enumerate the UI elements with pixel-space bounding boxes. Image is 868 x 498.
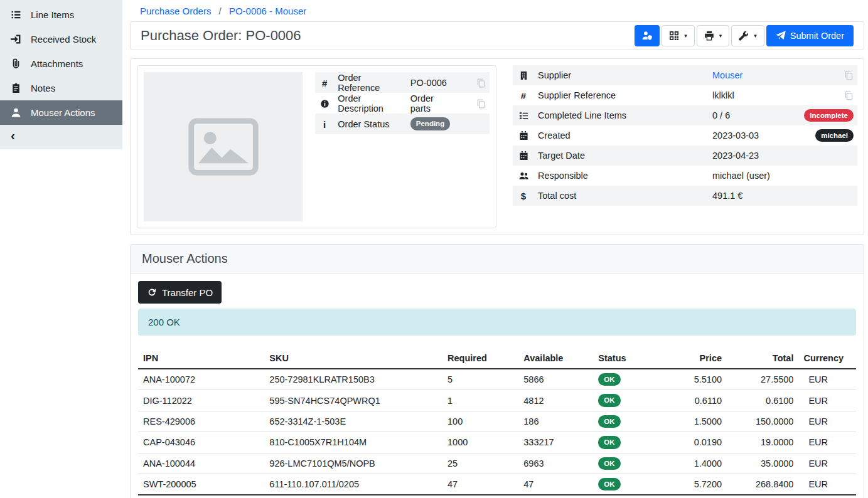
- detail-value-text: michael (user): [712, 171, 770, 181]
- detail-row: SupplierMouser: [513, 65, 857, 85]
- cell-ipn: ANA-100044: [138, 453, 264, 474]
- detail-link[interactable]: Mouser: [712, 70, 742, 80]
- print-actions-button[interactable]: ▾: [697, 25, 730, 46]
- sidebar-collapse-button[interactable]: ‹: [0, 125, 122, 148]
- order-summary-card: #Order ReferencePO-0006Order Description…: [137, 65, 496, 228]
- cell-price: 0.6110: [658, 390, 727, 411]
- user-roles-button[interactable]: [635, 25, 660, 46]
- list-icon: [11, 9, 21, 20]
- status-badge: OK: [598, 373, 620, 386]
- po-table-body: ANA-100072250-72981KLRATR150B355866OK5.5…: [138, 369, 856, 495]
- detail-value-text: 2023-03-03: [712, 130, 759, 140]
- sidebar-item-label: Line Items: [31, 9, 74, 20]
- refresh-icon: [147, 287, 157, 297]
- detail-label: Order Description: [334, 93, 407, 114]
- order-details-table: #Order ReferencePO-0006Order Description…: [315, 72, 490, 134]
- sidebar-item-notes[interactable]: Notes: [0, 76, 122, 100]
- cell-price: 0.0190: [658, 432, 727, 453]
- transfer-po-button[interactable]: Transfer PO: [138, 281, 222, 304]
- mouser-panel-header: Mouser Actions: [131, 245, 864, 273]
- supplier-details-body: SupplierMouser#Supplier Referencelklklkl…: [513, 65, 857, 206]
- cell-status: OK: [593, 432, 658, 453]
- cell-currency: EUR: [798, 453, 856, 474]
- sidebar-item-label: Mouser Actions: [31, 107, 95, 118]
- cell-total: 35.0000: [727, 453, 798, 474]
- detail-label: Created: [534, 125, 709, 146]
- status-badge: OK: [598, 478, 620, 490]
- user-shield-icon: [642, 31, 652, 41]
- cell-sku: 611-110.107.011/0205: [264, 474, 442, 495]
- cell-ipn: DIG-112022: [138, 390, 264, 411]
- footer-total-value: 501.0000: [727, 495, 798, 498]
- sidebar-item-received-stock[interactable]: Received Stock: [0, 27, 122, 51]
- breadcrumb-separator: /: [219, 6, 222, 16]
- detail-value: PO-0006: [407, 72, 454, 93]
- cell-total: 150.0000: [727, 411, 798, 432]
- cell-currency: EUR: [798, 432, 856, 453]
- order-actions-button[interactable]: ▾: [731, 25, 764, 46]
- cell-currency: EUR: [798, 369, 856, 390]
- breadcrumb: Purchase Orders / PO-0006 - Mouser: [130, 0, 864, 21]
- submit-order-button[interactable]: Submit Order: [766, 25, 854, 46]
- sidebar-item-label: Received Stock: [31, 34, 96, 45]
- header-actions: ▾ ▾ ▾ Submit Order: [635, 25, 854, 46]
- printer-icon: [704, 31, 714, 41]
- order-details-body: #Order ReferencePO-0006Order Description…: [315, 72, 490, 134]
- copy-icon[interactable]: [476, 78, 486, 88]
- detail-label: Order Status: [334, 114, 407, 134]
- dollar-icon: $: [519, 191, 528, 201]
- detail-value-text: 2023-04-23: [712, 151, 759, 161]
- status-badge: OK: [598, 394, 620, 406]
- table-row: DIG-112022595-SN74HCS74QPWRQ114812OK0.61…: [138, 390, 856, 411]
- supplier-details-table: SupplierMouser#Supplier Referencelklklkl…: [513, 65, 857, 206]
- detail-row: Order DescriptionOrder parts: [315, 93, 490, 114]
- cell-status: OK: [593, 453, 658, 474]
- caret-down-icon: ▾: [719, 33, 722, 39]
- detail-row: Responsiblemichael (user): [513, 166, 857, 186]
- table-row: CAP-043046810-C1005X7R1H104M1000333217OK…: [138, 432, 856, 453]
- cell-price: 1.4000: [658, 453, 727, 474]
- sidebar-items: Line ItemsReceived StockAttachmentsNotes…: [0, 3, 122, 125]
- column-header-required: Required: [442, 349, 518, 369]
- detail-value-text: Order parts: [410, 93, 434, 114]
- cell-price: 1.5000: [658, 411, 727, 432]
- detail-value: michael (user): [709, 166, 800, 186]
- copy-icon[interactable]: [844, 71, 854, 80]
- status-badge: Incomplete: [804, 109, 854, 122]
- barcode-actions-button[interactable]: ▾: [662, 25, 695, 46]
- copy-icon[interactable]: [476, 99, 486, 109]
- cell-price: 5.5100: [658, 369, 727, 390]
- cell-ipn: RES-429006: [138, 411, 264, 432]
- column-header-currency: Currency: [798, 349, 856, 369]
- cell-available: 6963: [518, 453, 593, 474]
- column-header-status: Status: [593, 349, 658, 369]
- main-content: Purchase Orders / PO-0006 - Mouser Purch…: [122, 0, 868, 498]
- breadcrumb-link-current-order[interactable]: PO-0006 - Mouser: [229, 6, 306, 16]
- caret-down-icon: ▾: [684, 33, 687, 39]
- copy-icon[interactable]: [844, 91, 854, 100]
- info-circle-icon: [320, 99, 330, 109]
- sign-in-icon: [11, 34, 21, 45]
- page-title: Purchase Order: PO-0006: [141, 28, 301, 44]
- page-header-panel: Purchase Order: PO-0006 ▾ ▾ ▾ Submit Ord…: [130, 21, 864, 50]
- mouser-panel-title: Mouser Actions: [142, 252, 852, 266]
- info-plain-icon: i: [320, 120, 330, 129]
- status-badge: OK: [598, 415, 620, 428]
- detail-label: Supplier Reference: [534, 85, 709, 105]
- note-icon: [11, 83, 21, 93]
- cell-required: 47: [442, 474, 518, 495]
- status-badge: OK: [598, 457, 620, 470]
- qr-icon: [669, 31, 679, 41]
- sidebar-item-mouser-actions[interactable]: Mouser Actions: [0, 100, 122, 125]
- detail-value: lklklkl: [709, 85, 800, 105]
- sidebar-item-line-items[interactable]: Line Items: [0, 3, 122, 27]
- building-icon: [519, 71, 528, 80]
- detail-label: Total cost: [534, 186, 709, 206]
- hash-icon: #: [519, 91, 528, 100]
- sidebar-item-attachments[interactable]: Attachments: [0, 51, 122, 76]
- breadcrumb-link-purchase-orders[interactable]: Purchase Orders: [140, 6, 211, 16]
- detail-label: Responsible: [534, 166, 709, 186]
- cell-currency: EUR: [798, 390, 856, 411]
- order-image-placeholder: [144, 72, 303, 221]
- detail-label: Completed Line Items: [534, 105, 709, 125]
